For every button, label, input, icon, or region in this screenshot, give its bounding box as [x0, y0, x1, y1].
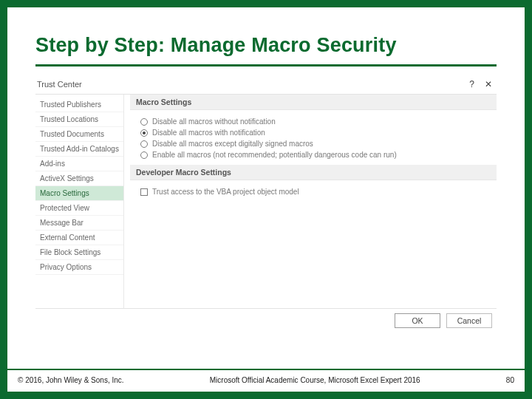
- help-icon[interactable]: ?: [469, 79, 474, 89]
- window-controls: ? ✕: [469, 79, 492, 89]
- radio-icon: [140, 140, 148, 148]
- radio-icon: [140, 129, 148, 137]
- developer-macro-settings-header: Developer Macro Settings: [130, 165, 497, 180]
- trust-center-title: Trust Center: [37, 80, 82, 89]
- sidebar-item-trusted-publishers[interactable]: Trusted Publishers: [35, 98, 123, 112]
- macro-settings-header: Macro Settings: [130, 95, 497, 110]
- close-icon[interactable]: ✕: [485, 79, 492, 89]
- slide-page: Step by Step: Manage Macro Security Trus…: [0, 0, 532, 399]
- macro-option-disable-except-signed[interactable]: Disable all macros except digitally sign…: [140, 138, 486, 149]
- sidebar-item-file-block-settings[interactable]: File Block Settings: [35, 245, 123, 260]
- sidebar-item-trusted-documents[interactable]: Trusted Documents: [35, 127, 123, 142]
- sidebar-item-macro-settings[interactable]: Macro Settings: [35, 186, 123, 201]
- sidebar-item-privacy-options[interactable]: Privacy Options: [35, 260, 123, 275]
- macro-option-label: Enable all macros (not recommended; pote…: [152, 151, 397, 159]
- trust-center-titlebar: Trust Center ? ✕: [35, 77, 497, 94]
- developer-macro-settings-options: Trust access to the VBA project object m…: [130, 185, 497, 202]
- macro-option-label: Disable all macros with notification: [152, 129, 265, 137]
- macro-option-disable-with-notif[interactable]: Disable all macros with notification: [140, 127, 486, 138]
- trust-vba-access-option[interactable]: Trust access to the VBA project object m…: [140, 186, 486, 197]
- sidebar-item-activex-settings[interactable]: ActiveX Settings: [35, 171, 123, 186]
- macro-option-disable-no-notif[interactable]: Disable all macros without notification: [140, 116, 486, 127]
- trust-center-sidebar: Trusted Publishers Trusted Locations Tru…: [35, 95, 124, 308]
- macro-option-enable-all[interactable]: Enable all macros (not recommended; pote…: [140, 149, 486, 160]
- sidebar-item-trusted-addin-catalogs[interactable]: Trusted Add-in Catalogs: [35, 142, 123, 157]
- sidebar-item-protected-view[interactable]: Protected View: [35, 201, 123, 216]
- trust-center-main: Macro Settings Disable all macros withou…: [130, 95, 497, 308]
- trust-center-buttons: OK Cancel: [35, 308, 497, 328]
- sidebar-item-external-content[interactable]: External Content: [35, 231, 123, 245]
- footer-copyright: © 2016, John Wiley & Sons, Inc.: [18, 376, 124, 384]
- radio-icon: [140, 151, 148, 159]
- slide-title: Step by Step: Manage Macro Security: [35, 34, 497, 66]
- macro-option-label: Disable all macros without notification: [152, 117, 276, 126]
- sidebar-item-trusted-locations[interactable]: Trusted Locations: [35, 112, 123, 127]
- trust-center-body: Trusted Publishers Trusted Locations Tru…: [35, 94, 497, 308]
- trust-center-window: Trust Center ? ✕ Trusted Publishers Trus…: [35, 77, 497, 328]
- slide-body: Step by Step: Manage Macro Security Trus…: [7, 7, 525, 369]
- trust-vba-access-label: Trust access to the VBA project object m…: [152, 188, 299, 196]
- footer-page-number: 80: [506, 376, 514, 384]
- macro-settings-options: Disable all macros without notification …: [130, 115, 497, 165]
- ok-button[interactable]: OK: [395, 313, 440, 328]
- radio-icon: [140, 118, 148, 126]
- cancel-button[interactable]: Cancel: [446, 313, 492, 328]
- slide-footer: © 2016, John Wiley & Sons, Inc. Microsof…: [7, 369, 525, 392]
- footer-course: Microsoft Official Academic Course, Micr…: [210, 376, 420, 384]
- sidebar-item-message-bar[interactable]: Message Bar: [35, 216, 123, 231]
- sidebar-item-addins[interactable]: Add-ins: [35, 157, 123, 171]
- macro-option-label: Disable all macros except digitally sign…: [152, 140, 313, 148]
- checkbox-icon: [140, 188, 148, 196]
